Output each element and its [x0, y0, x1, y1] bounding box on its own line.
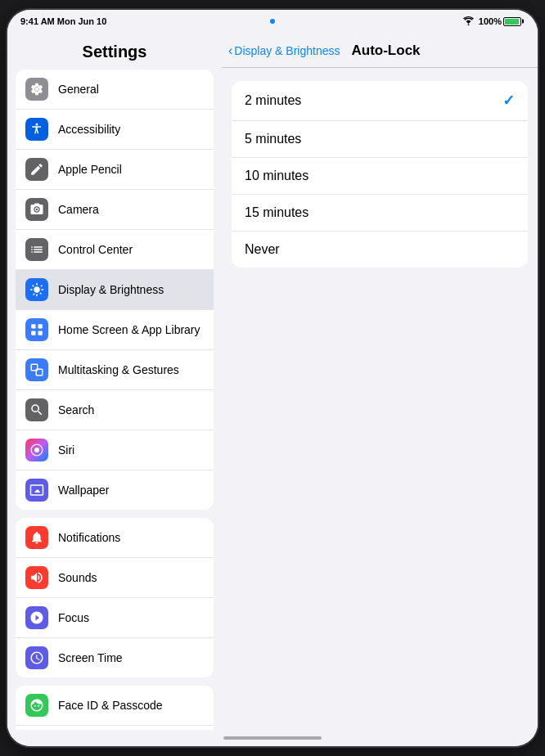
siri-icon	[25, 439, 48, 461]
sidebar-item-focus[interactable]: Focus	[16, 598, 214, 638]
status-right: 100%	[462, 16, 521, 27]
general-icon	[25, 78, 48, 101]
battery-indicator: 100%	[479, 16, 521, 26]
pencil-icon	[25, 158, 48, 181]
wallpaper-icon	[25, 479, 48, 502]
back-chevron-icon: ‹	[228, 43, 232, 58]
sidebar-item-wallpaper[interactable]: Wallpaper	[16, 470, 214, 510]
svg-point-2	[36, 124, 38, 126]
pencil-label: Apple Pencil	[58, 163, 204, 176]
multitasking-label: Multitasking & Gestures	[58, 363, 204, 376]
siri-label: Siri	[58, 443, 204, 457]
screentime-icon	[25, 646, 48, 669]
multitasking-icon	[25, 358, 48, 381]
accessibility-label: Accessibility	[58, 123, 204, 136]
faceid-icon	[25, 694, 48, 717]
camera-label: Camera	[58, 203, 204, 216]
sidebar-group-2: Notifications Sounds Focus	[16, 518, 214, 677]
right-panel: ‹ Display & Brightness Auto-Lock 2 minut…	[222, 33, 538, 730]
sidebar-item-control[interactable]: Control Center	[16, 230, 214, 270]
svg-point-0	[467, 24, 469, 25]
home-indicator	[7, 730, 538, 746]
autolock-options-group: 2 minutes ✓ 5 minutes 10 minutes 15 minu…	[232, 81, 528, 268]
option-10min[interactable]: 10 minutes	[232, 158, 528, 195]
control-icon	[25, 238, 48, 261]
sidebar-group-3: Face ID & Passcode Privacy & Security	[16, 686, 214, 730]
general-label: General	[58, 83, 204, 96]
status-bar: 9:41 AM Mon Jun 10 100%	[7, 10, 538, 33]
option-15min[interactable]: 15 minutes	[232, 195, 528, 232]
right-panel-content: 2 minutes ✓ 5 minutes 10 minutes 15 minu…	[222, 68, 538, 730]
back-button[interactable]: ‹ Display & Brightness	[228, 43, 340, 58]
sidebar-item-homescreen[interactable]: Home Screen & App Library	[16, 310, 214, 350]
sidebar-item-faceid[interactable]: Face ID & Passcode	[16, 686, 214, 726]
notifications-label: Notifications	[58, 531, 204, 544]
sidebar-item-screentime[interactable]: Screen Time	[16, 638, 214, 677]
battery-percentage: 100%	[479, 16, 502, 26]
option-2min-label: 2 minutes	[245, 93, 301, 108]
sidebar-item-camera[interactable]: Camera	[16, 190, 214, 230]
svg-rect-4	[38, 324, 43, 328]
faceid-label: Face ID & Passcode	[58, 699, 204, 712]
option-never[interactable]: Never	[232, 232, 528, 268]
homescreen-icon	[25, 318, 48, 341]
sidebar-item-accessibility[interactable]: Accessibility	[16, 110, 214, 150]
option-5min[interactable]: 5 minutes	[232, 121, 528, 158]
sidebar-item-general[interactable]: General	[16, 70, 214, 110]
svg-point-1	[35, 88, 39, 92]
svg-rect-5	[31, 331, 35, 335]
sidebar-item-search[interactable]: Search	[16, 390, 214, 430]
svg-rect-6	[38, 331, 43, 335]
svg-rect-3	[31, 324, 35, 328]
battery-icon	[503, 17, 521, 26]
home-bar	[223, 736, 322, 740]
sidebar-item-siri[interactable]: Siri	[16, 430, 214, 470]
search-icon	[25, 398, 48, 421]
sounds-label: Sounds	[58, 571, 204, 584]
option-15min-label: 15 minutes	[245, 205, 309, 220]
control-label: Control Center	[58, 243, 204, 256]
option-never-label: Never	[245, 242, 280, 257]
sidebar-item-privacy[interactable]: Privacy & Security	[16, 726, 214, 730]
search-label: Search	[58, 403, 204, 416]
status-indicator	[270, 19, 275, 24]
back-label: Display & Brightness	[234, 44, 340, 57]
option-5min-label: 5 minutes	[245, 132, 301, 146]
main-content: Settings General Accessibility	[7, 33, 538, 730]
camera-icon	[25, 198, 48, 221]
right-panel-header: ‹ Display & Brightness Auto-Lock	[222, 33, 538, 68]
display-icon	[25, 278, 48, 301]
notifications-icon	[25, 526, 48, 549]
wifi-icon	[462, 16, 475, 27]
sidebar-item-pencil[interactable]: Apple Pencil	[16, 150, 214, 190]
ipad-frame: 9:41 AM Mon Jun 10 100%	[7, 10, 538, 746]
sounds-icon	[25, 566, 48, 589]
status-time: 9:41 AM Mon Jun 10	[20, 16, 106, 26]
option-10min-label: 10 minutes	[245, 169, 309, 183]
wallpaper-label: Wallpaper	[58, 484, 204, 497]
sidebar: Settings General Accessibility	[7, 33, 222, 730]
sidebar-item-multitasking[interactable]: Multitasking & Gestures	[16, 350, 214, 390]
sidebar-title: Settings	[7, 33, 222, 70]
sidebar-item-notifications[interactable]: Notifications	[16, 518, 214, 558]
accessibility-icon	[25, 118, 48, 141]
svg-point-9	[34, 448, 39, 452]
option-2min-check: ✓	[502, 92, 515, 110]
focus-icon	[25, 606, 48, 629]
focus-label: Focus	[58, 611, 204, 624]
sidebar-item-display[interactable]: Display & Brightness	[16, 270, 214, 310]
homescreen-label: Home Screen & App Library	[58, 323, 204, 336]
page-title: Auto-Lock	[352, 43, 421, 59]
option-2min[interactable]: 2 minutes ✓	[232, 81, 528, 121]
display-label: Display & Brightness	[58, 283, 204, 296]
screentime-label: Screen Time	[58, 651, 204, 664]
sidebar-item-sounds[interactable]: Sounds	[16, 558, 214, 598]
sidebar-group-1: General Accessibility Apple Pencil	[16, 70, 214, 510]
